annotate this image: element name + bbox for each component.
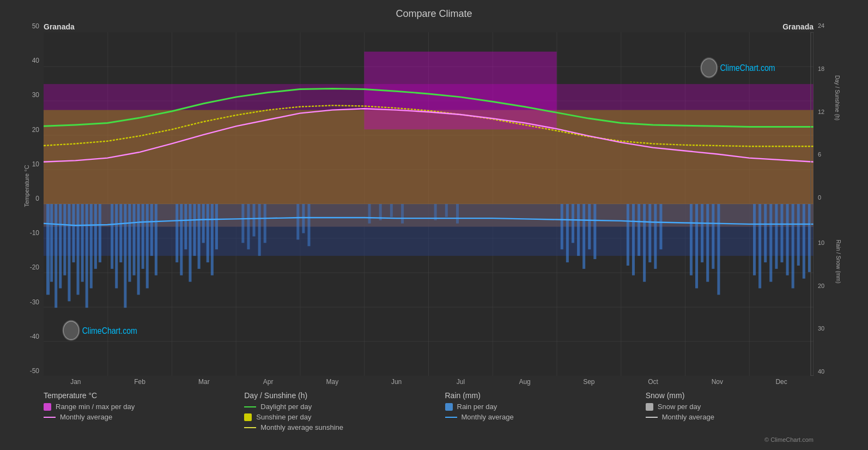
svg-rect-51	[184, 204, 187, 249]
location-label-left: Granada	[44, 22, 75, 31]
legend-rain-avg-label: Monthly average	[462, 413, 514, 421]
svg-rect-69	[390, 204, 393, 217]
legend-sunshine-avg-icon	[244, 427, 256, 428]
svg-rect-46	[146, 204, 149, 289]
svg-rect-55	[202, 204, 205, 243]
svg-rect-25	[46, 204, 50, 295]
main-container: Compare Climate Temperature °C 50 40 30 …	[0, 0, 868, 450]
legend-rain-title: Rain (mm)	[445, 391, 646, 400]
legend-temp-title: Temperature °C	[44, 391, 244, 400]
svg-rect-101	[792, 204, 794, 289]
svg-rect-82	[632, 204, 635, 275]
chart-title: Compare Climate	[11, 5, 857, 22]
month-oct: Oct	[621, 378, 685, 386]
svg-rect-58	[215, 204, 218, 249]
svg-rect-86	[654, 204, 657, 269]
legend-snow-title: Snow (mm)	[646, 391, 846, 400]
svg-rect-44	[137, 204, 140, 295]
location-label-right: Granada	[782, 22, 814, 31]
svg-rect-33	[81, 204, 84, 282]
svg-rect-89	[695, 204, 698, 289]
legend-snow-avg-icon	[646, 417, 658, 418]
svg-rect-76	[572, 204, 574, 243]
svg-rect-90	[701, 204, 703, 262]
legend-sunshine-avg-label: Monthly average sunshine	[260, 423, 343, 431]
legend-temp-avg-icon	[44, 417, 56, 418]
svg-rect-84	[643, 204, 646, 282]
svg-rect-72	[445, 204, 448, 217]
svg-rect-93	[717, 204, 720, 295]
y-axis-right: 24 18 12 6 0 10 20 30 40 Day / Sunshine …	[814, 22, 857, 386]
svg-rect-27	[54, 204, 57, 308]
legend-temp-avg: Monthly average	[44, 413, 244, 421]
legend-area: Temperature °C Range min / max per day M…	[11, 386, 857, 436]
legend-temp-range-label: Range min / max per day	[56, 403, 135, 411]
svg-rect-75	[566, 204, 569, 262]
svg-text:ClimeChart.com: ClimeChart.com	[82, 326, 137, 335]
right-axis-label-top: Day / Sunshine (h)	[834, 75, 840, 121]
svg-rect-48	[155, 204, 157, 275]
month-nov: Nov	[685, 378, 750, 386]
svg-rect-50	[180, 204, 183, 275]
month-jul: Jul	[429, 378, 493, 386]
svg-rect-47	[150, 204, 153, 256]
svg-rect-56	[207, 204, 209, 262]
x-axis-labels: Jan Feb Mar Apr May Jun Jul Aug Sep Oct …	[44, 376, 814, 386]
svg-rect-91	[706, 204, 709, 282]
svg-rect-104	[808, 204, 811, 272]
legend-sunshine-title: Day / Sunshine (h)	[244, 391, 445, 400]
legend-rain-day: Rain per day	[445, 403, 646, 411]
svg-rect-61	[253, 204, 256, 236]
legend-rain: Rain (mm) Rain per day Monthly average	[445, 391, 646, 434]
svg-rect-41	[124, 204, 126, 308]
svg-rect-65	[302, 204, 305, 233]
svg-rect-45	[142, 204, 144, 269]
chart-wrapper: Granada Granada	[44, 22, 814, 386]
svg-rect-52	[189, 204, 191, 282]
month-feb: Feb	[108, 378, 172, 386]
legend-daylight-label: Daylight per day	[260, 403, 312, 411]
svg-rect-28	[59, 204, 62, 289]
svg-rect-70	[401, 204, 404, 224]
svg-rect-97	[769, 204, 772, 282]
svg-rect-35	[90, 204, 93, 289]
svg-rect-85	[648, 204, 651, 262]
legend-rain-day-label: Rain per day	[457, 403, 497, 411]
svg-rect-26	[50, 204, 53, 282]
main-chart-svg: ClimeChart.com ClimeChart.com	[44, 32, 814, 376]
legend-temperature: Temperature °C Range min / max per day M…	[44, 391, 244, 434]
svg-rect-98	[775, 204, 778, 269]
legend-sunshine-avg: Monthly average sunshine	[244, 423, 445, 431]
svg-rect-102	[797, 204, 800, 266]
svg-rect-99	[780, 204, 783, 262]
svg-rect-81	[627, 204, 629, 266]
legend-daylight: Daylight per day	[244, 403, 445, 411]
svg-point-105	[62, 320, 80, 341]
month-jan: Jan	[44, 378, 108, 386]
svg-rect-54	[198, 204, 201, 269]
svg-rect-77	[577, 204, 580, 256]
svg-rect-43	[133, 204, 136, 275]
legend-snow-avg-label: Monthly average	[662, 413, 714, 421]
legend-snow-day-icon	[646, 403, 653, 411]
location-labels: Granada Granada	[44, 22, 814, 32]
month-mar: Mar	[172, 378, 236, 386]
svg-rect-57	[211, 204, 214, 275]
legend-rain-avg-icon	[445, 417, 457, 418]
chart-area: Temperature °C 50 40 30 20 10 0 -10 -20 …	[11, 22, 857, 386]
svg-rect-78	[582, 204, 585, 269]
svg-rect-62	[258, 204, 261, 256]
svg-rect-37	[99, 204, 101, 262]
svg-rect-66	[307, 204, 310, 246]
legend-rain-day-icon	[445, 403, 453, 411]
svg-rect-94	[753, 204, 756, 275]
svg-rect-42	[128, 204, 131, 282]
month-may: May	[300, 378, 365, 386]
svg-point-108	[700, 57, 718, 78]
svg-rect-79	[588, 204, 591, 249]
svg-rect-88	[690, 204, 693, 275]
svg-rect-73	[456, 204, 459, 224]
svg-rect-36	[94, 204, 97, 269]
svg-rect-100	[786, 204, 789, 275]
y-axis-left: Temperature °C 50 40 30 20 10 0 -10 -20 …	[11, 22, 44, 386]
